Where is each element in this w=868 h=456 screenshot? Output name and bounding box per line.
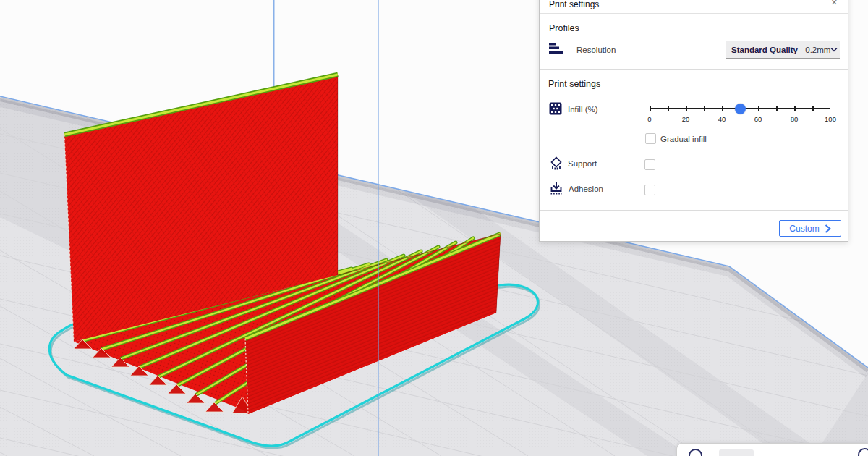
adhesion-checkbox[interactable]: [644, 185, 655, 195]
divider: [540, 69, 848, 70]
infill-label: Infill (%): [568, 105, 598, 114]
resolution-value-bold: Standard Quality: [731, 46, 798, 54]
chevron-down-icon: [830, 47, 838, 52]
divider: [540, 210, 848, 211]
adhesion-icon: [549, 182, 563, 196]
bottom-toolbar-partial: [676, 443, 868, 456]
custom-button-label: Custom: [789, 224, 819, 234]
gradual-infill-label: Gradual infill: [660, 135, 707, 143]
toolbar-pill: [719, 449, 754, 456]
panel-title: Print settings: [549, 0, 599, 9]
custom-settings-button[interactable]: Custom: [779, 220, 841, 237]
print-settings-section-label: Print settings: [548, 79, 600, 89]
panel-title-row: Print settings ✕: [540, 0, 848, 14]
resolution-dropdown[interactable]: Standard Quality - 0.2mm: [726, 41, 840, 59]
infill-slider-ticks: 0 20 40 60 80 100: [650, 115, 830, 124]
toolbar-right-icon[interactable]: [858, 448, 868, 456]
resolution-label: Resolution: [576, 46, 616, 54]
preview-zoom-icon[interactable]: [689, 449, 702, 456]
resolution-icon: [548, 41, 563, 55]
gradual-infill-checkbox[interactable]: [645, 133, 656, 144]
print-settings-panel: Print settings ✕ Profiles Resolution Sta…: [539, 0, 848, 242]
close-icon[interactable]: ✕: [831, 0, 838, 7]
support-label: Support: [568, 159, 597, 168]
support-checkbox[interactable]: [644, 159, 655, 170]
chevron-right-icon: [825, 224, 831, 233]
infill-slider-handle[interactable]: [735, 104, 746, 114]
profiles-section-label: Profiles: [549, 23, 579, 33]
adhesion-label: Adhesion: [569, 185, 603, 193]
resolution-value-suffix: - 0.2mm: [798, 46, 830, 54]
support-icon: [549, 156, 563, 171]
infill-icon: [549, 102, 563, 117]
infill-slider[interactable]: [650, 104, 830, 114]
